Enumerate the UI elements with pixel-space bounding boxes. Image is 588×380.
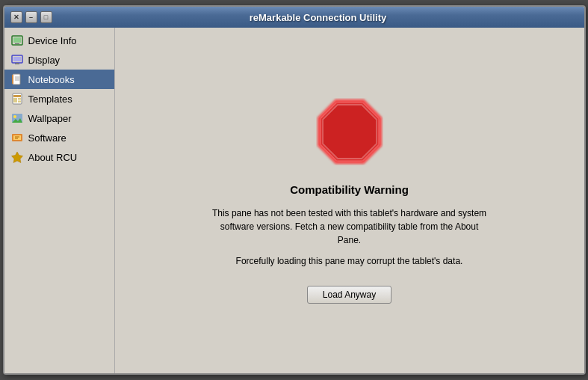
sidebar-item-templates[interactable]: Templates xyxy=(4,89,114,108)
content-area: Device Info Display xyxy=(4,28,584,373)
close-button[interactable]: ✕ xyxy=(10,11,22,23)
warning-title: Compatibility Warning xyxy=(290,183,409,196)
sidebar-item-display[interactable]: Display xyxy=(4,50,114,70)
device-icon xyxy=(10,34,24,47)
sidebar-label-display: Display xyxy=(28,55,61,66)
sidebar-item-device-info[interactable]: Device Info xyxy=(4,31,114,50)
svg-rect-14 xyxy=(13,98,17,102)
sidebar-item-about-rcu[interactable]: About RCU xyxy=(4,147,114,167)
warning-text-2: Forcefully loading this pane may corrupt… xyxy=(236,254,463,268)
svg-rect-7 xyxy=(13,74,20,85)
svg-rect-15 xyxy=(18,98,21,100)
sidebar-label-notebooks: Notebooks xyxy=(28,74,75,85)
main-panel: Compatibility Warning This pane has not … xyxy=(115,28,584,373)
svg-rect-13 xyxy=(13,95,21,97)
sidebar-label-software: Software xyxy=(28,132,66,144)
sidebar-label-device-info: Device Info xyxy=(28,35,77,46)
window-controls: ✕ – □ xyxy=(10,11,52,23)
title-bar: ✕ – □ reMarkable Connection Utility xyxy=(4,7,584,28)
svg-point-18 xyxy=(13,115,16,118)
svg-marker-24 xyxy=(11,152,22,163)
display-icon xyxy=(10,53,24,67)
warning-text-1: This pane has not been tested with this … xyxy=(208,206,492,247)
svg-rect-8 xyxy=(12,75,13,84)
svg-rect-4 xyxy=(13,57,21,61)
sidebar-item-software[interactable]: Software xyxy=(4,128,114,147)
about-icon xyxy=(10,150,24,164)
sidebar-label-about-rcu: About RCU xyxy=(28,152,78,163)
sidebar-label-templates: Templates xyxy=(28,94,72,105)
main-window: ✕ – □ reMarkable Connection Utility Devi… xyxy=(3,5,586,375)
sidebar-item-wallpaper[interactable]: Wallpaper xyxy=(4,108,114,128)
notebooks-icon xyxy=(10,73,24,86)
svg-rect-1 xyxy=(13,37,21,43)
svg-rect-5 xyxy=(15,64,19,64)
svg-rect-2 xyxy=(15,43,19,44)
load-anyway-button[interactable]: Load Anyway xyxy=(307,286,392,304)
templates-icon xyxy=(10,92,24,105)
svg-rect-21 xyxy=(13,135,21,140)
stop-sign-icon xyxy=(316,98,383,165)
sidebar-item-notebooks[interactable]: Notebooks xyxy=(4,70,114,89)
window-title: reMarkable Connection Utility xyxy=(58,12,578,23)
svg-rect-6 xyxy=(16,63,19,64)
wallpaper-icon xyxy=(10,111,24,125)
minimize-button[interactable]: – xyxy=(25,11,37,23)
maximize-button[interactable]: □ xyxy=(40,11,52,23)
sidebar: Device Info Display xyxy=(4,28,115,373)
software-icon xyxy=(10,131,24,144)
warning-icon-container xyxy=(316,98,383,168)
svg-rect-16 xyxy=(18,101,21,103)
sidebar-label-wallpaper: Wallpaper xyxy=(28,113,72,124)
